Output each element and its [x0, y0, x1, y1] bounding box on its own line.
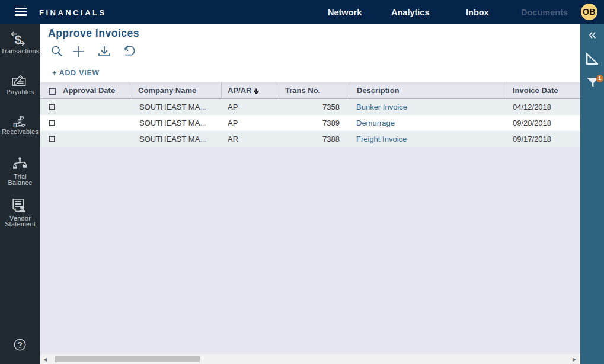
svg-text:$: $	[14, 33, 21, 46]
svg-text:?: ?	[17, 340, 23, 350]
